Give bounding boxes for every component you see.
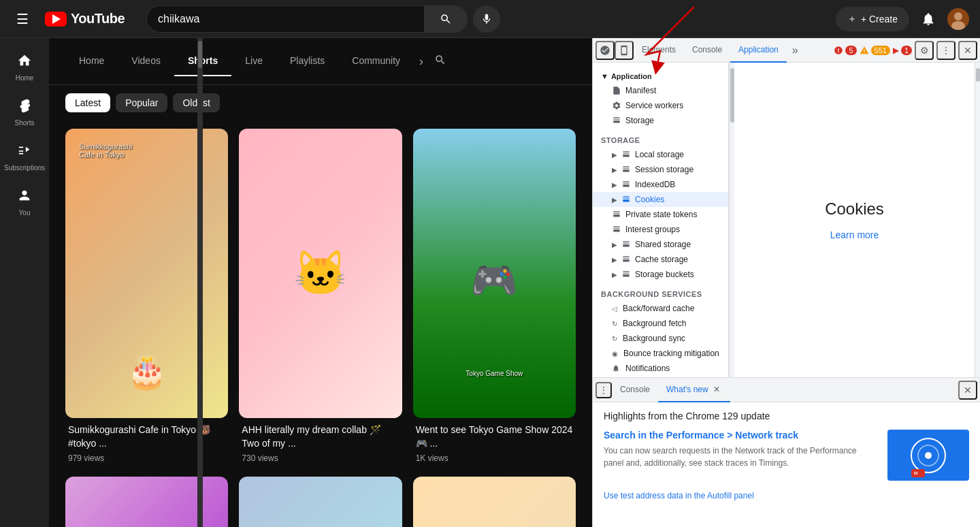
feature-link-row: Use test address data in the Autofill pa… — [604, 489, 969, 501]
svg-point-7 — [925, 452, 932, 459]
devtools-device-icon[interactable] — [615, 41, 634, 60]
sidebar-item-you[interactable]: You — [0, 181, 49, 223]
tab-more-icon[interactable]: » — [787, 44, 804, 57]
session-storage-arrow: ▶ — [612, 166, 617, 174]
short-card-4[interactable]: ✨ ⋮ Short video 4 512 views — [65, 477, 228, 527]
bottom-content: Highlights from the Chrome 129 update Se… — [593, 402, 980, 527]
tree-bounce-tracking[interactable]: ◉ Bounce tracking mitigation — [593, 346, 728, 361]
tab-application[interactable]: Application — [730, 38, 787, 63]
bottom-tab-console[interactable]: Console — [612, 378, 658, 402]
devtools-bottom-panel: ⋮ Console What's new ✕ ✕ Highlights from… — [593, 377, 980, 527]
error-badge: 5 — [834, 46, 856, 55]
feature-link[interactable]: Use test address data in the Autofill pa… — [604, 491, 754, 500]
devtools-icons-right: 5 551 ▶ 1 ⚙ ⋮ ✕ — [834, 41, 977, 60]
sidebar-item-subscriptions[interactable]: Subscriptions — [0, 136, 49, 178]
short-info-3: Went to see Tokyo Game Show 2024 🎮 ... 1… — [413, 418, 576, 465]
tab-elements[interactable]: Elements — [634, 38, 684, 63]
tree-indexeddb[interactable]: ▶ IndexedDB — [593, 177, 728, 192]
you-icon — [17, 188, 32, 206]
plus-icon: ＋ — [847, 13, 857, 25]
bottom-more-icon[interactable]: ⋮ — [595, 382, 612, 398]
cache-storage-arrow: ▶ — [612, 256, 617, 264]
short-card-6[interactable]: 🍡 ⋮ Short video 6 845 views — [413, 477, 576, 527]
avatar[interactable] — [947, 8, 969, 30]
short-thumb-1: SumikkogurashiCafe in Tokyo 🎂 ⋮ — [65, 129, 228, 418]
app-content-area: Cookies Learn more — [734, 63, 975, 377]
application-section-arrow: ▼ — [601, 72, 608, 80]
bottom-tab-close[interactable]: ✕ — [711, 384, 722, 395]
tree-manifest[interactable]: Manifest — [593, 83, 728, 98]
nav-community[interactable]: Community — [338, 46, 414, 76]
search-button[interactable] — [424, 5, 468, 33]
filter-oldest[interactable]: Oldest — [173, 93, 219, 112]
short-card-1[interactable]: SumikkogurashiCafe in Tokyo 🎂 ⋮ Sumikkog… — [65, 129, 228, 466]
short-card-3[interactable]: 🎮 Tokyo Game Show ⋮ Went to see Tokyo Ga… — [413, 129, 576, 466]
update-title: Highlights from the Chrome 129 update — [604, 411, 969, 421]
cookies-learn-more-link[interactable]: Learn more — [830, 229, 879, 240]
nav-videos[interactable]: Videos — [118, 46, 174, 76]
sidebar-item-home[interactable]: Home — [0, 46, 49, 89]
create-button[interactable]: ＋ + Create — [836, 7, 909, 31]
tree-background-sync[interactable]: ↻ Background sync — [593, 331, 728, 346]
devtools-close-icon[interactable]: ✕ — [958, 41, 977, 60]
nav-more-icon[interactable]: › — [414, 54, 429, 69]
short-thumb-2: 🐱 ⋮ — [239, 129, 402, 418]
tree-session-storage[interactable]: ▶ Session storage — [593, 162, 728, 177]
tree-local-storage[interactable]: ▶ Local storage — [593, 147, 728, 162]
tree-interest-groups[interactable]: Interest groups — [593, 222, 728, 237]
short-card-2[interactable]: 🐱 ⋮ AHH literally my dream collab 🪄 Two … — [239, 129, 402, 466]
filter-bar: Latest Popular Oldest — [49, 85, 592, 121]
subscriptions-icon — [17, 143, 32, 161]
sidebar-you-label: You — [19, 209, 31, 217]
tree-notifications[interactable]: Notifications — [593, 361, 728, 376]
tree-background-fetch[interactable]: ↻ Background fetch — [593, 316, 728, 331]
short-card-5[interactable]: 🌸 ⋮ Short video 5 2.1K views — [239, 477, 402, 527]
notifications-button[interactable] — [915, 5, 942, 33]
tree-scrollbar[interactable] — [729, 63, 734, 377]
tree-private-state-tokens[interactable]: Private state tokens — [593, 207, 728, 222]
nav-live[interactable]: Live — [231, 46, 276, 76]
tree-storage-buckets[interactable]: ▶ Storage buckets — [593, 267, 728, 282]
tree-service-workers[interactable]: Service workers — [593, 98, 728, 113]
short-info-2: AHH literally my dream collab 🪄 Two of m… — [239, 418, 402, 465]
short-title-3: Went to see Tokyo Game Show 2024 🎮 ... — [416, 424, 573, 450]
short-thumb-3: 🎮 Tokyo Game Show ⋮ — [413, 129, 576, 418]
local-storage-arrow: ▶ — [612, 151, 617, 159]
storage-section: Storage ▶ Local storage ▶ Session storag… — [593, 131, 728, 282]
devtools-settings-icon[interactable]: ⚙ — [915, 41, 934, 60]
nav-home[interactable]: Home — [65, 46, 118, 76]
sidebar-shorts-label: Shorts — [15, 119, 35, 127]
shared-storage-arrow: ▶ — [612, 241, 617, 249]
hamburger-menu[interactable]: ☰ — [11, 5, 34, 33]
content-scrollbar[interactable] — [975, 63, 980, 377]
devtools-main-area: ▼ Application Manifest Service workers — [593, 63, 980, 377]
home-icon — [17, 53, 32, 71]
sidebar-home-label: Home — [16, 74, 34, 82]
nav-shorts[interactable]: Shorts — [174, 46, 231, 76]
tree-shared-storage[interactable]: ▶ Shared storage — [593, 237, 728, 252]
youtube-logo[interactable]: YouTube — [45, 11, 125, 27]
sidebar-item-shorts[interactable]: Shorts — [0, 91, 49, 133]
filter-latest[interactable]: Latest — [65, 93, 110, 112]
mic-button[interactable] — [473, 5, 500, 33]
youtube-logo-text: YouTube — [71, 11, 125, 27]
bottom-close-icon[interactable]: ✕ — [958, 381, 977, 400]
devtools-inspect-icon[interactable] — [595, 41, 615, 60]
tree-cache-storage[interactable]: ▶ Cache storage — [593, 252, 728, 267]
nav-search-icon[interactable] — [429, 54, 452, 69]
feature-text: Search in the Performance > Network trac… — [604, 430, 877, 469]
tab-console[interactable]: Console — [684, 38, 730, 63]
shorts-grid: SumikkogurashiCafe in Tokyo 🎂 ⋮ Sumikkog… — [49, 121, 592, 527]
devtools-more-dots-icon[interactable]: ⋮ — [936, 41, 956, 60]
filter-popular[interactable]: Popular — [116, 93, 167, 112]
app-tree: ▼ Application Manifest Service workers — [593, 63, 729, 377]
feature-description: You can now search requests in the Netwo… — [604, 445, 877, 469]
tree-storage-item[interactable]: Storage — [593, 113, 728, 128]
tree-cookies[interactable]: ▶ Cookies — [593, 192, 728, 207]
tree-back-forward-cache[interactable]: ◁ Back/forward cache — [593, 301, 728, 316]
nav-playlists[interactable]: Playlists — [276, 46, 338, 76]
search-input[interactable] — [146, 5, 424, 33]
application-section-header[interactable]: ▼ Application — [593, 68, 728, 83]
bottom-tab-whats-new[interactable]: What's new ✕ — [658, 378, 730, 402]
cookies-title: Cookies — [825, 199, 884, 219]
